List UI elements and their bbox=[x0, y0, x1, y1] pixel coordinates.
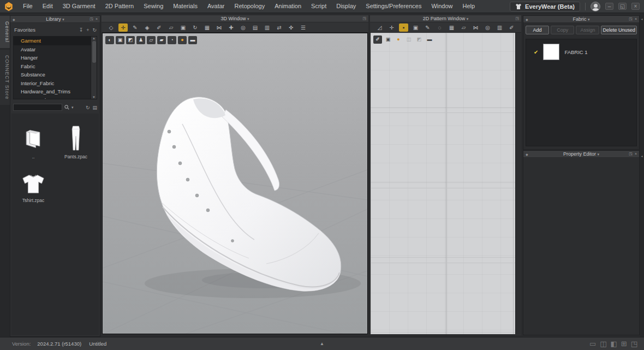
property-editor-title[interactable]: Property Editor ▾ bbox=[523, 151, 639, 157]
chevron-down-icon[interactable]: ▾ bbox=[588, 17, 590, 21]
seam-allowance-tool[interactable]: ▱ bbox=[459, 23, 468, 32]
menu-display[interactable]: Display bbox=[331, 0, 361, 13]
library-item-interior-fabric[interactable]: Interior_Fabric bbox=[14, 79, 91, 88]
menu-help[interactable]: Help bbox=[458, 0, 480, 13]
fabric-swatch[interactable] bbox=[543, 44, 559, 60]
library-item-substance[interactable]: Substance bbox=[14, 70, 91, 79]
show-pattern-toggle[interactable]: ▱ bbox=[147, 36, 156, 44]
menu-avatar[interactable]: Avatar bbox=[202, 0, 230, 13]
assign-fabric-button[interactable]: Assign bbox=[576, 26, 599, 34]
walkthrough-tool[interactable]: ☰ bbox=[299, 23, 308, 32]
float-window-icon[interactable]: ◳ bbox=[515, 16, 519, 21]
pattern-image-tool[interactable]: ▣ bbox=[411, 23, 420, 32]
show-arrangement-2d-toggle[interactable]: ● bbox=[394, 35, 403, 44]
show-avatar-toggle[interactable]: ♟ bbox=[136, 36, 145, 44]
swap-tool[interactable]: ⇄ bbox=[275, 23, 284, 32]
float-panel-icon[interactable]: ◳ bbox=[90, 17, 93, 21]
delete-unused-fabric-button[interactable]: Delete Unused bbox=[601, 26, 637, 34]
show-arrangement-points-toggle[interactable]: ● bbox=[178, 36, 187, 44]
expand-panel-icon[interactable]: ▲ bbox=[320, 341, 324, 346]
chevron-down-icon[interactable]: ▾ bbox=[467, 17, 469, 21]
menu-file[interactable]: File bbox=[18, 0, 38, 13]
trace-tool[interactable]: ✎ bbox=[423, 23, 432, 32]
refresh-favorites-icon[interactable]: ↻ bbox=[92, 27, 97, 33]
3d-viewport[interactable]: ◐ ▣ ◩ ♟ ▱ ▰ ◔ ● ▬ bbox=[102, 33, 368, 334]
polygon-pattern-tool[interactable]: ▪ bbox=[399, 23, 408, 32]
edit-pattern-3d-tool[interactable]: ✎ bbox=[130, 23, 140, 32]
minimize-button[interactable]: – bbox=[605, 3, 613, 10]
menu-2d-pattern[interactable]: 2D Pattern bbox=[100, 0, 139, 13]
layout-custom-icon[interactable]: ◳ bbox=[631, 340, 637, 348]
file-item-parent-folder[interactable]: .. bbox=[14, 121, 53, 159]
float-window-icon[interactable]: ◳ bbox=[362, 16, 366, 21]
show-internal-lines-toggle[interactable]: ▰ bbox=[157, 36, 166, 44]
fabric-list-item[interactable]: ✔ FABRIC 1 bbox=[526, 39, 636, 64]
import-favorite-icon[interactable]: ↧ bbox=[79, 27, 84, 33]
add-fabric-button[interactable]: Add bbox=[526, 26, 549, 34]
fabric-panel-title[interactable]: Fabric ▾ bbox=[523, 16, 639, 22]
move-gizmo-tool[interactable]: ✛ bbox=[118, 23, 128, 32]
scroll-down-icon[interactable]: ▼ bbox=[92, 96, 96, 99]
menu-edit[interactable]: Edit bbox=[38, 0, 58, 13]
show-mannequin-toggle[interactable]: ◔ bbox=[168, 36, 176, 44]
transform-pattern-tool[interactable]: ◿ bbox=[375, 23, 384, 32]
flip-arrangement-tool[interactable]: ▣ bbox=[178, 23, 188, 32]
notch-tool[interactable]: ◎ bbox=[483, 23, 492, 32]
tab-general[interactable]: General bbox=[0, 16, 10, 48]
sewing-2d-tool[interactable]: ⋈ bbox=[471, 23, 480, 32]
steam-brush-tool[interactable]: ◎ bbox=[238, 23, 248, 32]
layout-quad-icon[interactable]: ⊞ bbox=[621, 340, 627, 348]
refresh-library-icon[interactable]: ↻ bbox=[86, 105, 90, 110]
menu-materials[interactable]: Materials bbox=[168, 0, 202, 13]
library-item-avatar[interactable]: Avatar bbox=[14, 45, 91, 54]
close-panel-icon[interactable]: × bbox=[635, 152, 637, 156]
pin-tool[interactable]: ✚ bbox=[226, 23, 236, 32]
search-options-caret-icon[interactable]: ▾ bbox=[71, 105, 74, 110]
solidify-tool[interactable]: ▤ bbox=[251, 23, 260, 32]
edit-texture-tool[interactable]: ✐ bbox=[373, 35, 382, 44]
library-scrollbar[interactable]: ▲ ▼ bbox=[91, 37, 97, 99]
float-panel-icon[interactable]: ◳ bbox=[629, 17, 633, 21]
search-icon[interactable] bbox=[64, 105, 69, 110]
close-panel-icon[interactable]: × bbox=[96, 17, 98, 21]
layout-single-icon[interactable]: ▭ bbox=[589, 340, 596, 348]
restore-button[interactable]: ◱ bbox=[618, 3, 627, 10]
2d-window-title[interactable]: 2D Pattern Window ▾ bbox=[370, 16, 521, 21]
edit-pattern-tool[interactable]: ✛ bbox=[387, 23, 396, 32]
menu-retopology[interactable]: Retopology bbox=[230, 0, 270, 13]
pen-2d-tool[interactable]: ✐ bbox=[507, 23, 516, 32]
menu-3d-garment[interactable]: 3D Garment bbox=[58, 0, 100, 13]
tab-connect-store[interactable]: CONNECT Store bbox=[0, 50, 10, 105]
show-tape-measure-toggle[interactable]: ▬ bbox=[188, 36, 197, 44]
menu-settings-preferences[interactable]: Settings/Preferences bbox=[361, 0, 426, 13]
pen-3d-tool[interactable]: ✐ bbox=[154, 23, 164, 32]
show-garment-toggle[interactable]: ◐ bbox=[105, 36, 114, 44]
2d-pattern-canvas[interactable]: ✐ ▣ ● ◫ ◩ ▬ bbox=[371, 33, 515, 334]
show-seam-allowance-toggle[interactable]: ◩ bbox=[415, 35, 424, 44]
copy-fabric-button[interactable]: Copy bbox=[551, 26, 574, 34]
2d-canvas-scrollbar[interactable] bbox=[515, 33, 521, 334]
sewing-3d-tool[interactable]: ⋈ bbox=[214, 23, 224, 32]
show-ruler-toggle[interactable]: ▬ bbox=[425, 35, 434, 44]
chevron-down-icon[interactable]: ▾ bbox=[598, 152, 600, 156]
menu-window[interactable]: Window bbox=[426, 0, 457, 13]
reset-arrangement-tool[interactable]: ↻ bbox=[190, 23, 200, 32]
arrangement-tool[interactable]: ▱ bbox=[166, 23, 176, 32]
scroll-up-icon[interactable]: ▲ bbox=[92, 37, 96, 40]
show-grid-toggle[interactable]: ◫ bbox=[404, 35, 413, 44]
file-item-pants[interactable]: Pants.zpac bbox=[56, 121, 96, 159]
collapse-fabric-icon[interactable]: ◂ bbox=[640, 17, 644, 21]
chevron-down-icon[interactable]: ▾ bbox=[62, 17, 64, 21]
library-item-garment[interactable]: Garment bbox=[14, 37, 91, 45]
library-item-fabric[interactable]: Fabric bbox=[14, 62, 91, 71]
everywear-account-button[interactable]: EveryWear (Beta) bbox=[510, 2, 580, 11]
grading-3d-tool[interactable]: ▦ bbox=[202, 23, 212, 32]
select-garment-tool[interactable]: ◈ bbox=[142, 23, 152, 32]
menu-sewing[interactable]: Sewing bbox=[139, 0, 168, 13]
chevron-down-icon[interactable]: ▾ bbox=[247, 17, 249, 21]
library-item-stage-and-props[interactable]: Stage_and_Props bbox=[14, 96, 91, 100]
layout-two-pane-icon[interactable]: ◫ bbox=[600, 340, 606, 348]
layer-tool[interactable]: ▥ bbox=[263, 23, 272, 32]
internal-shape-tool[interactable]: ◌ bbox=[435, 23, 444, 32]
layout-three-pane-icon[interactable]: ◧ bbox=[611, 340, 617, 348]
